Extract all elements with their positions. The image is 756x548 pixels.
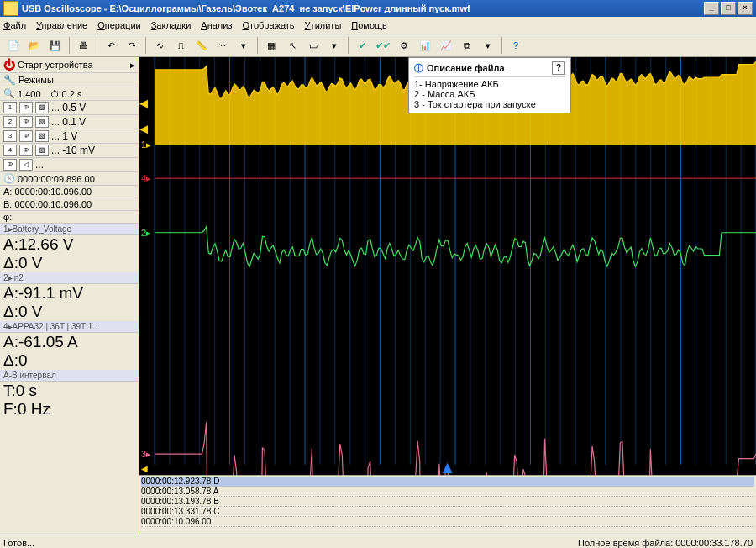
redo-icon[interactable]: ↷ xyxy=(122,35,142,55)
ab-f: F:0 Hz xyxy=(0,400,139,419)
grid-icon[interactable]: ▦ xyxy=(261,35,281,55)
info-icon: ⓘ xyxy=(414,62,423,75)
menu-Закладки[interactable]: Закладки xyxy=(151,20,192,30)
bookmark-row[interactable]: 0000:00:13.331.78 C xyxy=(141,507,754,517)
menu-Помощь[interactable]: Помощь xyxy=(351,20,387,30)
measure1-d: Δ:0 V xyxy=(0,254,139,272)
close-button[interactable]: × xyxy=(738,2,753,15)
measure1-header: 1▸Battery_Voltage xyxy=(0,224,139,235)
menu-bar: ФайлУправлениеОперацииЗакладкиАнализОтоб… xyxy=(0,17,756,34)
save-file-icon[interactable]: 💾 xyxy=(45,35,66,55)
wave-sine-icon[interactable]: ∿ xyxy=(150,35,170,55)
help-button[interactable]: ? xyxy=(552,61,565,75)
bookmark-row[interactable]: 0000:00:13.193.78 B xyxy=(141,497,754,507)
wrench-icon: 🔧 xyxy=(3,74,16,86)
menu-Управление[interactable]: Управление xyxy=(36,20,87,30)
power-icon: ⏻ xyxy=(3,58,15,71)
open-file-icon[interactable]: 📂 xyxy=(24,35,45,55)
pointer-icon[interactable]: ↖ xyxy=(282,35,302,55)
file-description-tooltip: ⓘОписание файла? 1- Напряжение АКБ 2 - М… xyxy=(408,57,571,113)
help-icon[interactable]: ? xyxy=(506,35,526,55)
clock-icon: 🕓 xyxy=(3,173,15,184)
time-phi-row[interactable]: φ: xyxy=(0,211,139,224)
modes-button[interactable]: 🔧 Режимы xyxy=(0,73,139,87)
check-icon[interactable]: ✔ xyxy=(352,35,372,55)
compare-icon[interactable]: ⧉ xyxy=(457,35,477,55)
measure2-header: 2▸in2 xyxy=(0,272,139,284)
menu-Операции[interactable]: Операции xyxy=(97,20,140,30)
bookmark-row[interactable]: 0000:00:13.058.78 A xyxy=(141,487,754,497)
status-bar: Готов... Полное время файла: 0000:00:33.… xyxy=(0,535,756,548)
maximize-button[interactable]: □ xyxy=(721,2,736,15)
minimize-button[interactable]: _ xyxy=(704,2,719,15)
svg-text:2▸: 2▸ xyxy=(141,228,151,238)
extra-row-1[interactable]: Φ◁... xyxy=(0,158,139,172)
menu-Анализ[interactable]: Анализ xyxy=(201,20,232,30)
ab-t: T:0 s xyxy=(0,382,139,400)
dropdown-icon[interactable]: ▾ xyxy=(234,35,254,55)
bookmark-row[interactable]: 0000:00:12.923.78 D xyxy=(141,477,754,487)
title-bar: USB Oscilloscope - E:\Осциллограммы\Газе… xyxy=(0,0,756,17)
print-icon[interactable]: 🖶 xyxy=(73,35,93,55)
start-device-button[interactable]: ⏻ Старт устройства ▸ xyxy=(0,57,139,73)
measure3-d: Δ:0 xyxy=(0,351,139,370)
cursor-time-row[interactable]: 🕓0000:00:09.896.00 xyxy=(0,172,139,186)
scale-row[interactable]: 🔍1:400 ⏱0.2 s xyxy=(0,87,139,101)
measure-icon[interactable]: 📏 xyxy=(192,35,212,55)
measure3-header: 4▸APPA32 | 36T | 39T 1... xyxy=(0,321,139,333)
menu-Файл[interactable]: Файл xyxy=(3,20,26,30)
status-text: Готов... xyxy=(3,538,34,548)
app-icon xyxy=(3,1,18,16)
ab-header: A-B интервал xyxy=(0,370,139,382)
bookmark-list[interactable]: 0000:00:12.923.78 D0000:00:13.058.78 A00… xyxy=(139,475,756,535)
left-panel: ⏻ Старт устройства ▸ 🔧 Режимы 🔍1:400 ⏱0.… xyxy=(0,57,139,535)
measure3-a: A:-61.05 A xyxy=(0,333,139,351)
window-title: USB Oscilloscope - E:\Осциллограммы\Газе… xyxy=(22,3,470,13)
analysis-icon[interactable]: 📈 xyxy=(436,35,456,55)
channel-3-row[interactable]: 3Φ▧... 1 V xyxy=(0,129,139,144)
new-file-icon[interactable]: 📄 xyxy=(3,35,24,55)
checks-icon[interactable]: ✔✔ xyxy=(373,35,393,55)
menu-Отображать[interactable]: Отображать xyxy=(242,20,294,30)
chart-icon[interactable]: 📊 xyxy=(415,35,435,55)
svg-text:4▸: 4▸ xyxy=(141,173,151,183)
zoom-icon: 🔍 xyxy=(3,88,15,99)
time-a-row[interactable]: A:0000:00:10.096.00 xyxy=(0,186,139,198)
pulse-icon[interactable]: ⎍ xyxy=(171,35,191,55)
gear-icon[interactable]: ⚙ xyxy=(394,35,414,55)
dropdown3-icon[interactable]: ▾ xyxy=(478,35,498,55)
chevron-right-icon: ▸ xyxy=(130,60,135,71)
measure2-a: A:-91.1 mV xyxy=(0,284,139,303)
time-b-row[interactable]: B:0000:00:10.096.00 xyxy=(0,198,139,211)
undo-icon[interactable]: ↶ xyxy=(101,35,121,55)
svg-text:◀: ◀ xyxy=(141,464,148,473)
toolbar: 📄 📂 💾 🖶 ↶ ↷ ∿ ⎍ 📏 〰 ▾ ▦ ↖ ▭ ▾ ✔ ✔✔ ⚙ 📊 📈… xyxy=(0,34,756,57)
channel-2-row[interactable]: 2Φ▧... 0.1 V xyxy=(0,115,139,129)
bookmark-row[interactable]: 0000:00:10.096.00 xyxy=(141,517,754,527)
measure2-d: Δ:0 V xyxy=(0,303,139,321)
signal-icon[interactable]: 〰 xyxy=(213,35,233,55)
timebase-icon: ⏱ xyxy=(50,89,60,99)
waveform-display[interactable]: 1▸2▸3▸4▸◀ ⓘОписание файла? 1- Напряжение… xyxy=(139,57,756,475)
measure1-a: A:12.66 V xyxy=(0,235,139,254)
svg-text:1▸: 1▸ xyxy=(141,140,151,150)
menu-Утилиты[interactable]: Утилиты xyxy=(305,20,342,30)
status-file-time: Полное время файла: 0000:00:33.178.70 xyxy=(578,538,753,548)
channel-4-row[interactable]: 4Φ▧... -10 mV xyxy=(0,144,139,158)
zoom-box-icon[interactable]: ▭ xyxy=(303,35,323,55)
channel-1-row[interactable]: 1Φ▧... 0.5 V xyxy=(0,101,139,115)
svg-text:3▸: 3▸ xyxy=(141,449,151,459)
dropdown2-icon[interactable]: ▾ xyxy=(324,35,344,55)
